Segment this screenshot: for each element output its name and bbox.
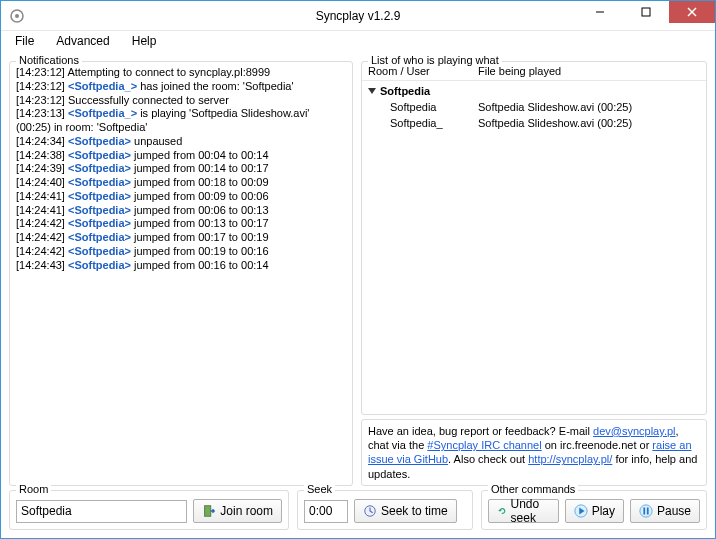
userlist-row[interactable]: SoftpediaSoftpedia Slideshow.avi (00:25) (368, 99, 700, 115)
log-line: [14:23:12] Attempting to connect to sync… (16, 66, 346, 80)
userlist-col-file[interactable]: File being played (478, 65, 561, 77)
expand-icon (368, 88, 376, 94)
play-icon (574, 504, 588, 518)
window-controls (577, 1, 715, 23)
other-label: Other commands (488, 483, 578, 495)
userlist-label: List of who is playing what (368, 54, 502, 66)
svg-rect-11 (647, 508, 649, 515)
log-line: [14:24:41] <Softpedia> jumped from 00:09… (16, 190, 346, 204)
titlebar: Syncplay v1.2.9 (1, 1, 715, 31)
log-line: [14:24:43] <Softpedia> jumped from 00:16… (16, 259, 346, 273)
svg-rect-3 (642, 8, 650, 16)
notifications-log[interactable]: [14:23:12] Attempting to connect to sync… (10, 62, 352, 485)
userlist-username: Softpedia_ (390, 117, 478, 129)
seek-group: Seek Seek to time (297, 490, 473, 530)
log-line: [14:23:12] Successfully connected to ser… (16, 94, 346, 108)
svg-point-9 (640, 505, 652, 517)
svg-point-1 (15, 14, 19, 18)
userlist-file: Softpedia Slideshow.avi (00:25) (478, 101, 632, 113)
irc-link[interactable]: #Syncplay IRC channel (427, 439, 541, 451)
svg-rect-10 (643, 508, 645, 515)
log-line: [14:24:34] <Softpedia> unpaused (16, 135, 346, 149)
menu-advanced[interactable]: Advanced (46, 32, 119, 50)
email-link[interactable]: dev@syncplay.pl (593, 425, 676, 437)
minimize-button[interactable] (577, 1, 623, 23)
menu-help[interactable]: Help (122, 32, 167, 50)
play-button[interactable]: Play (565, 499, 624, 523)
pause-icon (639, 504, 653, 518)
close-button[interactable] (669, 1, 715, 23)
bottom-bar: Room Join room Seek Seek to time Other c… (1, 490, 715, 538)
website-link[interactable]: http://syncplay.pl/ (528, 453, 612, 465)
window-title: Syncplay v1.2.9 (316, 9, 401, 23)
log-line: [14:24:39] <Softpedia> jumped from 00:14… (16, 162, 346, 176)
log-line: [14:24:40] <Softpedia> jumped from 00:18… (16, 176, 346, 190)
seek-button[interactable]: Seek to time (354, 499, 457, 523)
maximize-button[interactable] (623, 1, 669, 23)
menu-file[interactable]: File (5, 32, 44, 50)
userlist-row[interactable]: Softpedia_Softpedia Slideshow.avi (00:25… (368, 115, 700, 131)
userlist-body[interactable]: Softpedia SoftpediaSoftpedia Slideshow.a… (362, 81, 706, 133)
room-group: Room Join room (9, 490, 289, 530)
userlist-username: Softpedia (390, 101, 478, 113)
pause-button[interactable]: Pause (630, 499, 700, 523)
right-column: List of who is playing what Room / User … (361, 55, 707, 486)
other-group: Other commands Undo seek Play Pause (481, 490, 707, 530)
log-line: [14:24:42] <Softpedia> jumped from 00:17… (16, 231, 346, 245)
room-label: Room (16, 483, 51, 495)
seek-label: Seek (304, 483, 335, 495)
room-name: Softpedia (380, 85, 430, 97)
log-line: [14:24:42] <Softpedia> jumped from 00:19… (16, 245, 346, 259)
log-line: [14:24:38] <Softpedia> jumped from 00:04… (16, 149, 346, 163)
notifications-panel: Notifications [14:23:12] Attempting to c… (9, 61, 353, 486)
userlist-file: Softpedia Slideshow.avi (00:25) (478, 117, 632, 129)
undo-icon (497, 504, 507, 518)
log-line: [14:23:13] <Softpedia_> is playing 'Soft… (16, 107, 346, 135)
seek-input[interactable] (304, 500, 348, 523)
clock-icon (363, 504, 377, 518)
feedback-panel: Have an idea, bug report or feedback? E-… (361, 419, 707, 486)
menubar: File Advanced Help (1, 31, 715, 51)
log-line: [14:24:41] <Softpedia> jumped from 00:06… (16, 204, 346, 218)
app-icon (9, 8, 25, 24)
undo-seek-button[interactable]: Undo seek (488, 499, 559, 523)
log-line: [14:24:42] <Softpedia> jumped from 00:13… (16, 217, 346, 231)
notifications-label: Notifications (16, 54, 82, 66)
main-area: Notifications [14:23:12] Attempting to c… (1, 51, 715, 490)
userlist-panel: List of who is playing what Room / User … (361, 61, 707, 415)
userlist-col-room[interactable]: Room / User (368, 65, 478, 77)
userlist-room-row[interactable]: Softpedia (368, 83, 700, 99)
left-column: Notifications [14:23:12] Attempting to c… (9, 55, 353, 486)
log-line: [14:23:12] <Softpedia_> has joined the r… (16, 80, 346, 94)
door-icon (202, 504, 216, 518)
join-room-button[interactable]: Join room (193, 499, 282, 523)
room-input[interactable] (16, 500, 187, 523)
svg-rect-6 (205, 506, 211, 517)
